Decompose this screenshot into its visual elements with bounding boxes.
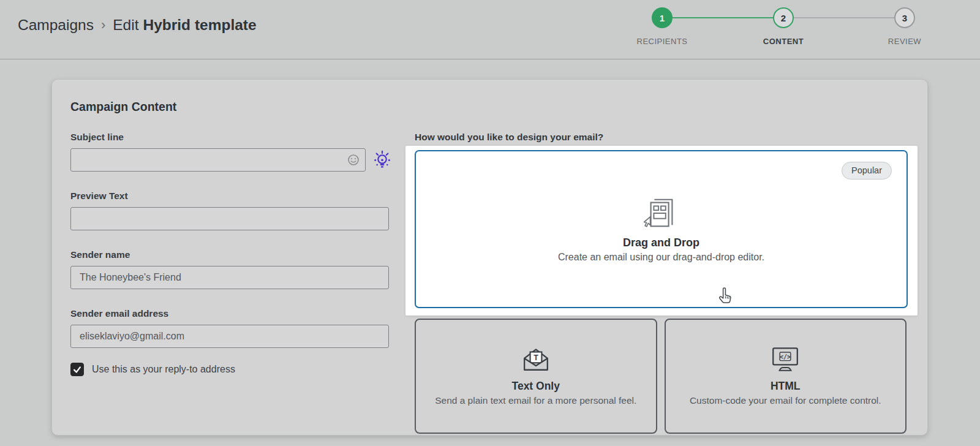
option-text-only[interactable]: T Text Only Send a plain text email for … [415,319,657,434]
design-options: How would you like to design your email?… [415,132,907,434]
page-title: Hybrid template [143,17,256,34]
option-description: Create an email using our drag-and-drop … [558,252,764,263]
step-content-circle: 2 [773,7,794,28]
reply-to-row: Use this as your reply-to address [70,363,389,376]
subject-input-wrap [70,148,366,172]
step-recipients[interactable]: 1 RECIPIENTS [652,7,673,28]
page-header: Campaigns › Edit Hybrid template 1 RECIP… [0,0,980,59]
breadcrumb: Campaigns › Edit Hybrid template [18,17,257,34]
option-title: HTML [771,380,801,393]
stepper-connector-upcoming [794,17,894,18]
reply-to-label: Use this as your reply-to address [92,364,235,375]
sender-email-label: Sender email address [70,308,389,319]
step-review-label: REVIEW [888,37,921,46]
subject-input[interactable] [70,148,366,172]
envelope-letter-icon: T [522,346,550,372]
subject-line-label: Subject line [70,132,389,143]
sender-name-label: Sender name [70,249,389,260]
step-content-label: CONTENT [763,37,804,46]
option-description: Send a plain text email for a more perso… [435,395,636,406]
option-description: Custom-code your email for complete cont… [690,395,881,406]
sender-email-input[interactable] [70,325,389,348]
lightbulb-suggestion-icon[interactable] [373,150,391,170]
campaign-content-card: Campaign Content Subject line [51,79,928,436]
card-heading: Campaign Content [70,100,927,114]
html-glyph: </> [780,353,791,360]
campaign-stepper: 1 RECIPIENTS 2 CONTENT 3 REVIEW [652,7,915,28]
monitor-code-icon: </> [770,346,801,372]
breadcrumb-chevron-icon: › [94,17,113,33]
sender-name-input[interactable] [70,266,389,289]
preview-text-input[interactable] [70,207,389,230]
stepper-connector-done [673,17,773,18]
template-cursor-icon [644,195,679,231]
emoji-picker-icon[interactable] [347,154,360,166]
step-review-circle: 3 [894,7,915,28]
option-title: Drag and Drop [623,236,699,249]
breadcrumb-campaigns-link[interactable]: Campaigns [18,17,94,34]
popular-badge: Popular [842,162,892,180]
reply-to-checkbox[interactable] [70,363,84,376]
text-only-glyph: T [533,353,538,362]
option-title: Text Only [512,380,560,393]
step-recipients-circle: 1 [652,7,673,28]
design-question: How would you like to design your email? [415,132,907,143]
hand-pointer-icon [718,287,732,304]
subject-row [70,148,389,172]
step-recipients-label: RECIPIENTS [636,37,687,46]
campaign-form: Subject line [70,132,389,434]
tour-spotlight: Popular Drag and Drop Create an email us… [405,146,918,316]
option-drag-and-drop[interactable]: Popular Drag and Drop Create an email us… [415,150,908,308]
check-icon [72,365,82,374]
step-content[interactable]: 2 CONTENT [773,7,794,28]
card-columns: Subject line [52,114,927,434]
breadcrumb-edit-prefix: Edit [113,17,138,34]
preview-text-label: Preview Text [70,191,389,202]
secondary-options-row: T Text Only Send a plain text email for … [415,319,907,434]
option-html[interactable]: </> HTML Custom-code your email for comp… [665,319,907,434]
step-review[interactable]: 3 REVIEW [894,7,915,28]
